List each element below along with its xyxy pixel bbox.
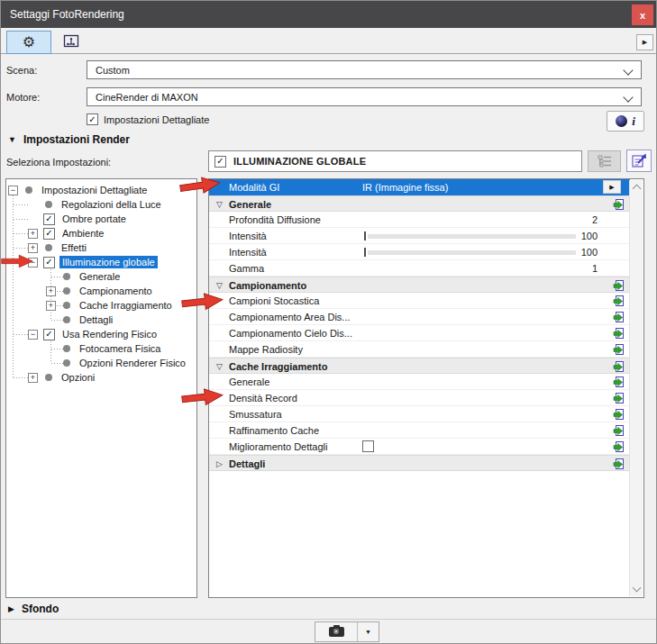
tree-item-fotocamera-fisica[interactable]: Fotocamera Fisica [6, 341, 196, 356]
image-size-tab-button[interactable] [57, 31, 86, 52]
detailed-settings-label: Impostazioni Dettagliate [104, 114, 209, 125]
row-intensit[interactable]: Intensità100 [209, 228, 630, 244]
row-campionamento-cielo-dis[interactable]: Campionamento Cielo Dis... [209, 325, 630, 341]
tree-checkbox[interactable]: ✓ [43, 213, 55, 225]
row-raffinamento-cache[interactable]: Raffinamento Cache [209, 422, 630, 439]
tree-checkbox[interactable]: ✓ [43, 228, 55, 240]
plus-expand-icon[interactable]: + [46, 301, 56, 311]
minus-expand-icon[interactable]: − [28, 258, 38, 268]
row-generale[interactable]: Generale [209, 374, 630, 390]
sfondo-section-header[interactable]: ▶ Sfondo [8, 603, 59, 615]
tree-checkbox[interactable]: ✓ [43, 329, 55, 340]
take-settings-icon[interactable] [613, 440, 625, 453]
take-settings-icon[interactable] [613, 360, 625, 373]
render-settings-section-header[interactable]: ▼ Impostazioni Render [8, 133, 130, 146]
tree-checkbox[interactable]: ✓ [43, 257, 55, 268]
plus-expand-icon[interactable]: + [28, 229, 38, 239]
settings-tab-button[interactable]: ⚙ [6, 31, 51, 54]
row-gamma[interactable]: Gamma1 [209, 260, 630, 277]
detailed-settings-toggle[interactable]: ✓ Impostazioni Dettagliate [87, 113, 209, 125]
row-modalit-gi[interactable]: Modalità GIIR (Immagine fissa)▶ [209, 179, 630, 195]
triangle-open-icon[interactable]: ▽ [216, 200, 223, 209]
row-dettagli[interactable]: ▷Dettagli [209, 455, 630, 471]
render-camera-button[interactable] [315, 622, 358, 641]
row-mappe-radiosity[interactable]: Mappe Radiosity [209, 341, 630, 358]
tree-item-campionamento[interactable]: +Campionamento [6, 284, 196, 298]
motore-label: Motore: [6, 92, 40, 103]
setting-label: Generale [229, 199, 271, 210]
setting-checkbox[interactable] [362, 440, 374, 452]
motore-dropdown[interactable]: CineRender di MAXON [87, 87, 642, 106]
toolbar: ⚙ ▶ [1, 28, 656, 54]
setting-label: Cache Irraggiamento [229, 361, 327, 372]
take-settings-icon[interactable] [613, 198, 625, 211]
take-settings-icon[interactable] [613, 458, 625, 470]
tree-item-illuminazione-globale[interactable]: −✓Illuminazione globale [6, 255, 196, 269]
edit-settings-button[interactable] [626, 150, 652, 172]
tree-item-impostazioni-dettagliate[interactable]: −Impostazioni Dettagliate [6, 183, 196, 197]
popup-menu-button[interactable]: ▶ [603, 180, 621, 194]
tree-item-cache-irraggiamento[interactable]: +Cache Irraggiamento [6, 298, 196, 313]
triangle-closed-icon[interactable]: ▷ [216, 459, 223, 468]
slider-track[interactable] [368, 234, 576, 239]
tree-item-label: Cache Irraggiamento [77, 299, 175, 312]
detailed-settings-checkbox[interactable]: ✓ [87, 113, 98, 125]
minus-expand-icon[interactable]: − [8, 186, 18, 195]
take-settings-icon[interactable] [613, 376, 625, 388]
row-profondit-diffusione[interactable]: Profondità Diffusione2 [209, 212, 630, 228]
row-smussatura[interactable]: Smussatura [209, 406, 630, 422]
toolbar-flyout-button[interactable]: ▶ [636, 34, 653, 50]
take-settings-icon[interactable] [613, 311, 625, 323]
row-generale[interactable]: ▽Generale [209, 195, 630, 212]
row-campioni-stocastica[interactable]: Campioni Stocastica [209, 293, 630, 309]
global-illumination-title: ILLUMINAZIONE GLOBALE [233, 156, 366, 167]
tree-item-opzioni-renderer-fisico[interactable]: Opzioni Renderer Fisico [6, 356, 196, 370]
row-miglioramento-dettagli[interactable]: Miglioramento Dettagli [209, 439, 630, 455]
tree-item-ombre-portate[interactable]: ✓Ombre portate [6, 212, 196, 226]
tree-item-opzioni[interactable]: +Opzioni [6, 370, 196, 385]
panel-scrollbar[interactable] [629, 180, 643, 596]
row-cache-irraggiamento[interactable]: ▽Cache Irraggiamento [209, 358, 630, 374]
setting-label: Intensità [229, 231, 267, 241]
take-settings-icon[interactable] [613, 392, 625, 404]
scena-dropdown[interactable]: Custom [87, 60, 642, 79]
tree-item-ambiente[interactable]: +✓Ambiente [6, 226, 196, 240]
take-settings-icon[interactable] [613, 327, 625, 340]
tree-item-label: Opzioni [59, 371, 97, 384]
take-settings-icon[interactable] [613, 295, 625, 307]
take-settings-icon[interactable] [613, 343, 625, 356]
setting-label: Campioni Stocastica [229, 295, 319, 306]
tree-view-button-disabled[interactable] [588, 150, 621, 172]
tree-item-label: Fotocamera Fisica [77, 342, 163, 355]
slider-track[interactable] [368, 250, 576, 255]
scroll-down-icon[interactable] [633, 584, 642, 593]
slider-handle[interactable] [364, 231, 366, 240]
scroll-up-icon[interactable] [633, 185, 642, 194]
triangle-open-icon[interactable]: ▽ [216, 362, 223, 371]
info-button[interactable]: i [607, 111, 644, 132]
global-illumination-checkbox[interactable]: ✓ [214, 156, 226, 168]
tree-item-label: Campionamento [77, 285, 155, 297]
setting-label: Dettagli [229, 458, 265, 469]
tree-item-regolazioni-della-luce[interactable]: Regolazioni della Luce [6, 197, 196, 212]
plus-expand-icon[interactable]: + [46, 286, 56, 296]
minus-expand-icon[interactable]: − [28, 330, 38, 340]
take-settings-icon[interactable] [613, 424, 625, 437]
take-settings-icon[interactable] [613, 408, 625, 421]
tree-item-generale[interactable]: Generale [6, 269, 196, 284]
row-intensit[interactable]: Intensità100 [209, 244, 630, 260]
close-button[interactable]: x [632, 5, 653, 25]
row-campionamento-area-dis[interactable]: Campionamento Area Dis... [209, 309, 630, 325]
triangle-right-icon: ▶ [609, 184, 614, 191]
row-densit-record[interactable]: Densità Record [209, 390, 630, 406]
take-settings-icon[interactable] [613, 279, 625, 292]
slider-handle[interactable] [364, 248, 366, 257]
tree-item-effetti[interactable]: +Effetti [6, 240, 196, 255]
plus-expand-icon[interactable]: + [28, 243, 38, 253]
row-campionamento[interactable]: ▽Campionamento [209, 277, 630, 293]
tree-item-dettagli[interactable]: Dettagli [6, 313, 196, 327]
tree-item-usa-rendering-fisico[interactable]: −✓Usa Rendering Fisico [6, 327, 196, 341]
triangle-open-icon[interactable]: ▽ [216, 281, 223, 290]
render-camera-menu-button[interactable]: ▼ [358, 622, 379, 641]
plus-expand-icon[interactable]: + [28, 373, 38, 383]
